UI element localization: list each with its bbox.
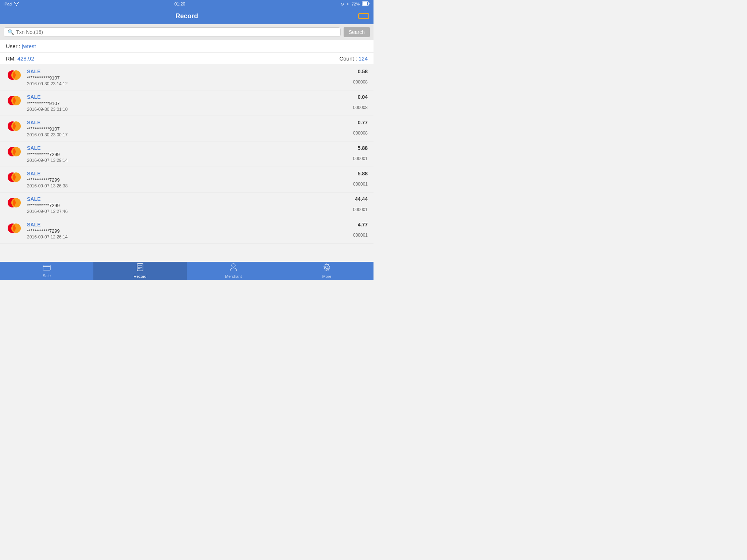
txn-amount: 44.44 [353, 196, 368, 202]
count-label: Count : [339, 55, 359, 62]
svg-point-3 [11, 70, 21, 80]
user-name: jwtest [22, 43, 36, 49]
txn-date: 2016-09-07 12:27:46 [27, 209, 349, 214]
txn-amount: 0.58 [353, 69, 368, 74]
txn-card: ************9107 [27, 101, 349, 106]
txn-ref: 000001 [353, 182, 368, 187]
txn-amount: 5.88 [353, 171, 368, 176]
user-info-section: User : jwtest RM: 428.92 Count : 124 [0, 40, 374, 65]
tab-sale-label: Sale [43, 273, 51, 278]
search-icon: 🔍 [8, 29, 14, 35]
search-bar: 🔍 Search [0, 24, 374, 40]
transaction-row[interactable]: SALE ************7299 2016-09-07 13:26:3… [0, 167, 374, 192]
status-bar: iPad 01:20 ⊙ ✦ 72% [0, 0, 374, 8]
transaction-row[interactable]: SALE ************9107 2016-09-30 23:01:1… [0, 90, 374, 116]
svg-point-9 [11, 147, 21, 156]
svg-point-5 [11, 96, 21, 105]
transaction-list[interactable]: SALE ************9107 2016-09-30 23:14:1… [0, 65, 374, 262]
page-wrapper: iPad 01:20 ⊙ ✦ 72% [0, 0, 374, 280]
txn-right: 4.77 000001 [353, 222, 368, 238]
tab-record[interactable]: Record [93, 262, 187, 280]
txn-amount: 0.77 [353, 120, 368, 125]
mastercard-logo [6, 197, 23, 209]
txn-card: ************7299 [27, 203, 349, 208]
transaction-row[interactable]: SALE ************7299 2016-09-07 12:26:1… [0, 218, 374, 244]
count-value: 124 [359, 55, 368, 62]
user-row: User : jwtest [0, 40, 374, 52]
txn-amount: 4.77 [353, 222, 368, 228]
svg-point-7 [11, 121, 21, 131]
status-time: 01:20 [174, 1, 185, 7]
txn-details: SALE ************9107 2016-09-30 23:01:1… [27, 94, 349, 112]
tab-bar: Sale Record Merchant [0, 262, 374, 280]
gear-icon [323, 263, 331, 273]
tab-more[interactable]: More [280, 262, 374, 280]
txn-card: ************7299 [27, 152, 349, 157]
transaction-row[interactable]: SALE ************9107 2016-09-30 23:00:1… [0, 116, 374, 141]
txn-ref: 000008 [353, 131, 368, 136]
person-icon [230, 263, 237, 273]
search-input-wrap[interactable]: 🔍 [4, 27, 341, 37]
transaction-row[interactable]: SALE ************7299 2016-09-07 13:29:1… [0, 141, 374, 167]
tab-merchant[interactable]: Merchant [187, 262, 280, 280]
mastercard-logo [6, 95, 23, 106]
txn-card: ************7299 [27, 228, 349, 234]
ipad-label: iPad [4, 2, 12, 6]
txn-date: 2016-09-30 23:14:12 [27, 81, 349, 86]
txn-ref: 000001 [353, 207, 368, 212]
txn-details: SALE ************7299 2016-09-07 13:26:3… [27, 171, 349, 188]
txn-date: 2016-09-07 13:29:14 [27, 158, 349, 163]
txn-ref: 000008 [353, 105, 368, 110]
count-stat: Count : 124 [339, 55, 368, 62]
document-icon [137, 263, 143, 273]
rm-stat: RM: 428.92 [6, 55, 34, 62]
txn-card: ************7299 [27, 177, 349, 183]
search-button[interactable]: Search [344, 27, 370, 37]
mastercard-logo [6, 171, 23, 183]
txn-ref: 000008 [353, 79, 368, 85]
mastercard-logo [6, 222, 23, 234]
status-right: ⊙ ✦ 72% [341, 1, 370, 7]
txn-card: ************9107 [27, 75, 349, 81]
txn-date: 2016-09-30 23:00:17 [27, 132, 349, 137]
txn-type: SALE [27, 171, 349, 176]
mastercard-logo [6, 69, 23, 81]
svg-rect-16 [43, 265, 50, 270]
txn-amount: 5.88 [353, 145, 368, 151]
svg-point-13 [11, 198, 21, 207]
txn-details: SALE ************7299 2016-09-07 12:26:1… [27, 222, 349, 240]
screen-rotation-icon: ⊙ [341, 2, 344, 7]
txn-date: 2016-09-30 23:01:10 [27, 107, 349, 112]
battery-icon [362, 1, 370, 7]
credit-card-icon [43, 264, 51, 272]
svg-rect-17 [43, 266, 50, 267]
transaction-row[interactable]: SALE ************7299 2016-09-07 12:27:4… [0, 192, 374, 218]
tab-merchant-label: Merchant [225, 274, 242, 279]
txn-type: SALE [27, 69, 349, 74]
nav-bar: Record [0, 8, 374, 24]
txn-details: SALE ************9107 2016-09-30 23:00:1… [27, 120, 349, 137]
txn-right: 5.88 000001 [353, 171, 368, 187]
txn-type: SALE [27, 196, 349, 202]
battery-nav-icon [358, 13, 369, 19]
svg-point-22 [232, 264, 235, 267]
mastercard-logo [6, 146, 23, 158]
stats-row: RM: 428.92 Count : 124 [0, 52, 374, 65]
tab-more-label: More [322, 274, 331, 279]
user-label: User : [6, 43, 22, 49]
txn-card: ************9107 [27, 126, 349, 132]
svg-point-23 [326, 266, 328, 269]
mastercard-logo [6, 120, 23, 132]
transaction-row[interactable]: SALE ************9107 2016-09-30 23:14:1… [0, 65, 374, 90]
txn-amount: 0.04 [353, 94, 368, 100]
txn-details: SALE ************7299 2016-09-07 13:29:1… [27, 145, 349, 163]
txn-date: 2016-09-07 13:26:38 [27, 183, 349, 188]
battery-percentage: 72% [352, 2, 360, 6]
svg-point-15 [11, 223, 21, 233]
txn-type: SALE [27, 94, 349, 100]
txn-ref: 000001 [353, 156, 368, 161]
bluetooth-icon: ✦ [346, 2, 349, 7]
search-input[interactable] [16, 29, 337, 35]
tab-sale[interactable]: Sale [0, 262, 93, 280]
rm-value: 428.92 [18, 55, 34, 62]
